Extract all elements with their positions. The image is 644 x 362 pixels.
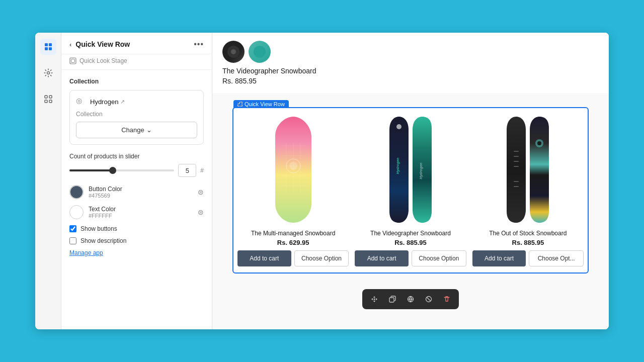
product-card-price-1: Rs. 629.95: [277, 239, 309, 246]
globe-icon[interactable]: [404, 292, 418, 306]
product-card-3: The Out of Stock Snowboard Rs. 885.95 Ad…: [472, 114, 584, 266]
show-description-label: Show description: [80, 237, 126, 244]
button-color-label: Button Color: [89, 186, 122, 193]
back-button[interactable]: ‹: [69, 41, 71, 48]
icon-bar: [35, 33, 61, 329]
components-icon[interactable]: [40, 91, 56, 107]
slider-label: Count of products in slider: [69, 153, 204, 160]
collection-icon: ◎: [76, 97, 86, 107]
chevron-down-icon: ⌄: [146, 126, 152, 134]
choose-option-button-3[interactable]: Choose Opt...: [529, 250, 584, 266]
external-link-icon: ↗: [120, 99, 125, 105]
svg-line-39: [427, 297, 431, 301]
svg-rect-31: [514, 181, 519, 182]
svg-rect-36: [389, 298, 394, 302]
main-content: The Videographer Snowboard Rs. 885.95 Qu…: [212, 33, 609, 329]
duplicate-icon[interactable]: [385, 292, 399, 306]
delete-icon[interactable]: [440, 292, 454, 306]
svg-point-23: [289, 162, 297, 170]
svg-text:Hydrogen: Hydrogen: [419, 162, 423, 179]
move-icon[interactable]: [367, 292, 381, 306]
add-to-cart-button-1[interactable]: Add to cart: [237, 250, 291, 266]
collection-sub-label: Collection: [76, 111, 197, 118]
sidebar-header: ‹ Quick View Row •••: [61, 33, 212, 54]
svg-rect-10: [71, 59, 75, 63]
change-collection-button[interactable]: Change ⌄: [76, 122, 197, 138]
text-color-stack-icon[interactable]: ⊜: [198, 208, 204, 216]
show-description-checkbox[interactable]: [69, 237, 76, 244]
sidebar-content: Collection ◎ Hydrogen ↗ Collection Chang…: [61, 70, 212, 329]
svg-point-34: [537, 141, 541, 145]
text-color-row: Text Color #FFFFFF ⊜: [69, 205, 204, 219]
svg-point-35: [374, 299, 375, 300]
svg-rect-6: [49, 96, 52, 98]
button-color-swatch[interactable]: [69, 185, 84, 199]
svg-point-13: [254, 46, 266, 58]
top-product: The Videographer Snowboard Rs. 885.95: [212, 33, 609, 93]
svg-rect-28: [514, 156, 519, 157]
snowboard-img-2b: Hydrogen: [412, 116, 433, 224]
floating-toolbar: [362, 289, 459, 309]
svg-rect-5: [45, 96, 47, 98]
top-product-img-teal: [249, 41, 271, 63]
svg-rect-32: [514, 186, 519, 187]
resize-icon: [237, 102, 243, 107]
collection-card: ◎ Hydrogen ↗ Collection Change ⌄: [69, 90, 204, 145]
collection-section-label: Collection: [69, 78, 204, 85]
snowboard-img-3b: [529, 116, 550, 224]
slider-section: Count of products in slider 5 #: [69, 153, 204, 177]
button-color-hex: #475569: [89, 193, 122, 199]
svg-rect-29: [514, 161, 519, 162]
qvr-label: Quick View Row: [233, 100, 289, 108]
block-icon[interactable]: [422, 292, 436, 306]
slider-track[interactable]: [69, 169, 174, 171]
show-buttons-checkbox[interactable]: [69, 225, 76, 232]
snowboard-img-2a: Hydrogen: [388, 116, 410, 224]
manage-app-link[interactable]: Manage app: [69, 249, 204, 256]
slider-value[interactable]: 5: [178, 164, 196, 177]
sidebar: ‹ Quick View Row ••• Quick Look Stage Co…: [61, 33, 212, 329]
slider-unit: #: [200, 167, 204, 174]
top-product-price: Rs. 885.95: [222, 77, 599, 85]
text-color-label: Text Color: [89, 206, 116, 213]
layout-icon[interactable]: [40, 39, 56, 55]
sub-header-label: Quick Look Stage: [79, 57, 127, 64]
sub-header: Quick Look Stage: [61, 54, 212, 70]
add-to-cart-button-3[interactable]: Add to cart: [472, 250, 526, 266]
svg-rect-7: [45, 100, 47, 103]
choose-option-button-1[interactable]: Choose Option: [294, 250, 349, 266]
top-product-img-dark: [222, 41, 245, 63]
choose-option-button-2[interactable]: Choose Option: [412, 250, 466, 266]
show-buttons-label: Show buttons: [80, 225, 117, 232]
collection-name: Hydrogen ↗: [90, 98, 125, 106]
svg-rect-0: [45, 43, 48, 46]
svg-point-24: [396, 124, 401, 129]
product-card-name-3: The Out of Stock Snowboard: [489, 230, 567, 237]
product-card-name-2: The Videographer Snowboard: [370, 230, 451, 237]
svg-point-4: [47, 72, 49, 74]
text-color-hex: #FFFFFF: [89, 213, 116, 219]
button-color-row: Button Color #475569 ⊜: [69, 185, 204, 199]
more-options-button[interactable]: •••: [194, 40, 204, 49]
svg-rect-1: [49, 43, 52, 46]
svg-rect-8: [49, 100, 52, 103]
products-grid: The Multi-managed Snowboard Rs. 629.95 A…: [233, 108, 588, 273]
button-color-stack-icon[interactable]: ⊜: [198, 188, 204, 196]
text-color-swatch[interactable]: [69, 205, 84, 219]
add-to-cart-button-2[interactable]: Add to cart: [355, 250, 409, 266]
svg-rect-30: [514, 166, 519, 167]
product-card-price-3: Rs. 885.95: [512, 239, 544, 246]
stage-icon: [69, 57, 76, 64]
quick-view-row-section: Quick View Row: [232, 107, 589, 274]
show-buttons-row: Show buttons: [69, 225, 204, 232]
product-card-2: Hydrogen: [355, 114, 466, 266]
svg-rect-3: [49, 47, 52, 50]
product-card-name-1: The Multi-managed Snowboard: [251, 230, 335, 237]
settings-icon[interactable]: [40, 65, 56, 81]
snowboard-img-3a: [506, 116, 527, 224]
svg-rect-2: [45, 47, 48, 50]
svg-point-12: [231, 49, 236, 54]
show-description-row: Show description: [69, 237, 204, 244]
snowboard-img-1: [271, 116, 315, 224]
sidebar-title: Quick View Row: [75, 40, 130, 48]
